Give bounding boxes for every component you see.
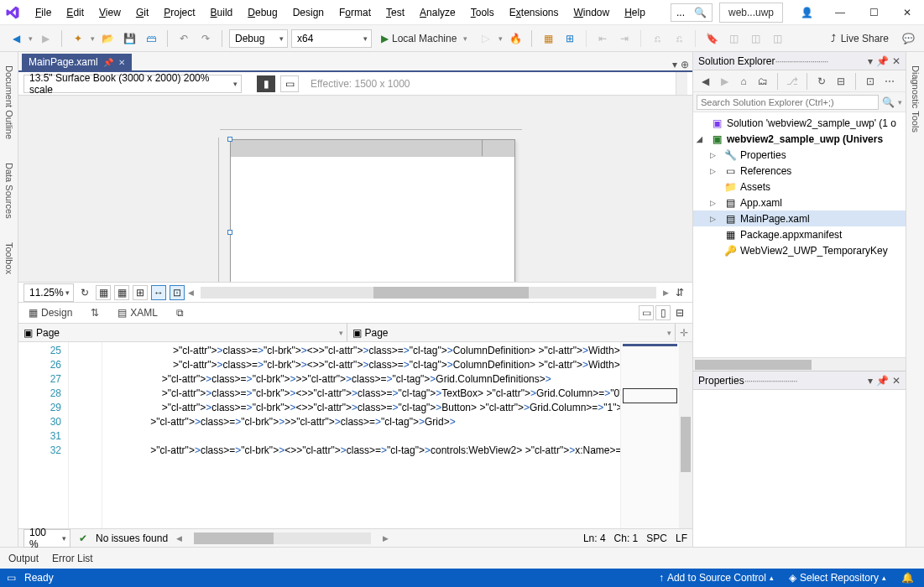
code-zoom-combo[interactable]: 100 % [23,529,70,548]
tree-mainpage-xaml[interactable]: ▷▤MainPage.xaml [693,210,906,226]
code-lines[interactable]: >"cl-attr">>class>=>"cl-brk">><>>"cl-att… [102,342,620,528]
feedback-button[interactable]: 💬 [899,29,917,48]
se-refresh-icon[interactable]: ↻ [813,73,830,90]
new-project-button[interactable]: ✦ [69,29,87,48]
se-sync-icon[interactable]: 🗂 [754,73,771,90]
tree-app-xaml[interactable]: ▷▤App.xaml [693,195,906,210]
left-tab-toolbox[interactable]: Toolbox [3,237,16,279]
bookmark-button[interactable]: 🔖 [702,29,721,48]
notifications-button[interactable]: 🔔 [898,572,917,584]
popout-tab[interactable]: ⧉ [171,304,189,321]
select-repo-button[interactable]: ◈ Select Repository ▴ [786,572,890,584]
panel-menu-icon[interactable]: ▾ [868,55,873,67]
snap2-icon[interactable]: ⊡ [170,285,185,300]
tab-add-button[interactable]: ⊕ [681,59,689,70]
grid2-icon[interactable]: ▦ [114,285,129,300]
code-hscroll[interactable] [194,532,371,544]
se-more-icon[interactable]: ⋯ [881,73,898,90]
indent-indicator[interactable]: SPC [646,532,667,544]
se-back-icon[interactable]: ◀ [697,73,713,90]
tree-references[interactable]: ▷▭References [693,163,906,179]
solution-tree[interactable]: ▣Solution 'webview2_sample_uwp' (1 o◢▣we… [693,112,906,357]
se-showall-icon[interactable]: ⊡ [862,73,879,90]
properties-body[interactable] [693,390,906,547]
minimap[interactable] [620,342,679,528]
eol-indicator[interactable]: LF [676,532,687,544]
left-tab-data-sources[interactable]: Data Sources [3,158,16,224]
bottom-tab-error-list[interactable]: Error List [50,550,95,567]
refresh-icon[interactable]: ↻ [77,285,92,300]
menu-tools[interactable]: Tools [464,3,501,22]
run-empty-button[interactable]: ▷ [477,29,495,48]
swap-tab[interactable]: ⇅ [86,304,104,321]
menu-debug[interactable]: Debug [241,3,284,22]
grid1-icon[interactable]: ▦ [96,285,111,300]
menu-analyze[interactable]: Analyze [413,3,462,22]
zoom-combo[interactable]: 11.25% [23,283,74,302]
design-surface[interactable] [18,96,692,282]
landscape-button[interactable]: ▭ [280,75,299,92]
indent-right-button[interactable]: ⇥ [615,29,634,48]
close-icon[interactable]: ✕ [118,58,125,67]
solution-explorer-header[interactable]: Solution Explorer ······················… [693,52,906,70]
config-combo[interactable]: Debug [229,29,288,48]
se-git-icon[interactable]: ⎇ [784,73,801,90]
p3-button[interactable]: ◫ [746,29,765,48]
menu-view[interactable]: View [92,3,128,22]
search-icon[interactable]: 🔍 [879,96,898,108]
quick-launch-search[interactable]: ... 🔍 [671,3,713,22]
tab-overflow-button[interactable]: ▾ [672,59,677,70]
snap-icon[interactable]: ⊞ [133,285,148,300]
split-v-icon[interactable]: ▯ [655,305,671,320]
tree-webview2-uwp-temporarykey[interactable]: 🔑WebView2_UWP_TemporaryKey [693,242,906,258]
menu-test[interactable]: Test [379,3,411,22]
tree-solution-webview2-sample-uwp-1-o[interactable]: ▣Solution 'webview2_sample_uwp' (1 o [693,115,906,131]
xaml-tab[interactable]: ▤ XAML [112,304,163,321]
account-icon[interactable]: 👤 [790,0,823,25]
menu-project[interactable]: Project [157,3,201,22]
menu-extensions[interactable]: Extensions [503,3,566,22]
minimize-button[interactable]: — [823,0,857,25]
redo-button[interactable]: ↷ [196,29,215,48]
designer-hscroll[interactable] [201,287,656,299]
source-control-button[interactable]: ↑ Add to Source Control ▴ [655,572,777,584]
tree-properties[interactable]: ▷🔧Properties [693,147,906,163]
pin-icon[interactable]: 📌 [103,58,113,67]
menu-design[interactable]: Design [286,3,331,22]
pin-icon[interactable]: 📌 [876,55,889,67]
code-nav-right[interactable]: ▣ Page [347,324,676,341]
uncomment-button[interactable]: ⎌ [670,29,688,48]
p2-button[interactable]: ◫ [724,29,743,48]
se-collapse-icon[interactable]: ⊟ [833,73,849,90]
xaml-artboard[interactable] [230,139,515,282]
menu-edit[interactable]: Edit [60,3,91,22]
close-button[interactable]: ✕ [890,0,924,25]
undo-button[interactable]: ↶ [175,29,193,48]
save-button[interactable]: 💾 [120,29,138,48]
tree-webview2-sample-uwp-univers[interactable]: ◢▣webview2_sample_uwp (Univers [693,131,906,147]
menu-help[interactable]: Help [618,3,652,22]
close-icon[interactable]: ✕ [892,375,901,387]
menu-format[interactable]: Format [332,3,378,22]
properties-header[interactable]: Properties ··························· ▾… [693,371,906,390]
nav-back-button[interactable]: ◀ [7,29,25,48]
pin-icon[interactable]: 📌 [876,375,889,387]
diagnostic-tools-tab[interactable]: Diagnostic Tools [909,60,922,138]
se-fwd-icon[interactable]: ▶ [716,73,733,90]
portrait-button[interactable]: ▮ [257,75,275,92]
col-indicator[interactable]: Ch: 1 [614,532,639,544]
p4-button[interactable]: ◫ [768,29,786,48]
code-editor[interactable]: 2526272829303132 >"cl-attr">>class>=>"cl… [18,342,692,528]
line-indicator[interactable]: Ln: 4 [583,532,606,544]
save-all-button[interactable]: 🗃 [142,29,160,48]
issues-label[interactable]: No issues found [96,532,168,544]
comment-button[interactable]: ⎌ [648,29,666,48]
hot-reload-button[interactable]: 🔥 [506,29,525,48]
tree-package-appxmanifest[interactable]: ▦Package.appxmanifest [693,226,906,242]
menu-file[interactable]: File [29,3,58,22]
indent-left-button[interactable]: ⇤ [593,29,612,48]
collapse-icon[interactable]: ⊟ [672,305,687,320]
doc-tab-mainpage[interactable]: MainPage.xaml 📌 ✕ [22,54,132,70]
live-share-button[interactable]: ⤴ Live Share [824,33,895,44]
open-file-button[interactable]: 📂 [98,29,117,48]
